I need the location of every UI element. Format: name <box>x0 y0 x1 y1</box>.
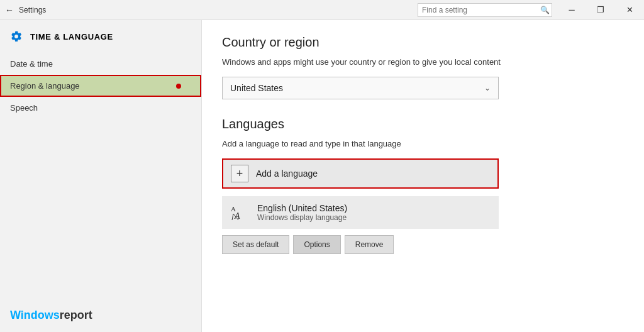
brand-logo: Windowsreport <box>10 309 92 321</box>
add-language-button[interactable]: + Add a language <box>222 158 499 189</box>
main-content: Country or region Windows and apps might… <box>201 20 644 332</box>
sidebar-header: TIME & LANGUAGE <box>0 20 201 53</box>
brand-report: report <box>60 309 92 321</box>
options-button[interactable]: Options <box>293 235 340 254</box>
set-as-default-button[interactable]: Set as default <box>222 235 289 254</box>
language-info: English (United States) Windows display … <box>257 203 347 222</box>
back-button[interactable]: ← <box>5 5 14 15</box>
sidebar-item-region-language[interactable]: Region & language <box>0 75 201 97</box>
language-action-buttons: Set as default Options Remove <box>222 235 499 254</box>
title-bar: ← Settings 🔍 ─ ❐ ✕ <box>0 0 644 20</box>
languages-section: Languages Add a language to read and typ… <box>222 117 624 254</box>
title-bar-left: ← Settings <box>0 5 418 15</box>
country-section-description: Windows and apps might use your country … <box>222 57 624 67</box>
language-sub: Windows display language <box>257 213 347 222</box>
sidebar-title: TIME & LANGUAGE <box>30 32 113 42</box>
settings-gear-icon <box>10 30 23 43</box>
close-button[interactable]: ✕ <box>615 0 644 20</box>
find-setting-search-icon[interactable]: 🔍 <box>538 3 552 17</box>
add-language-plus-icon: + <box>231 165 248 182</box>
language-name: English (United States) <box>257 203 347 213</box>
country-region-section: Country or region Windows and apps might… <box>222 35 624 99</box>
active-indicator-dot <box>176 84 181 89</box>
restore-button[interactable]: ❐ <box>586 0 615 20</box>
window-controls: ─ ❐ ✕ <box>557 0 644 20</box>
sidebar-item-speech[interactable]: Speech <box>0 97 201 119</box>
window-title: Settings <box>19 6 46 14</box>
country-dropdown[interactable]: United States ⌄ <box>222 77 499 99</box>
app-container: TIME & LANGUAGE Date & time Region & lan… <box>0 20 644 332</box>
languages-section-title: Languages <box>222 117 624 131</box>
country-section-title: Country or region <box>222 35 624 50</box>
sidebar: TIME & LANGUAGE Date & time Region & lan… <box>0 20 201 332</box>
remove-button[interactable]: Remove <box>345 235 394 254</box>
add-language-label: Add a language <box>256 169 318 179</box>
find-setting-input[interactable] <box>418 4 538 16</box>
sidebar-item-date-time[interactable]: Date & time <box>0 53 201 75</box>
brand-windows: Windows <box>10 309 60 321</box>
language-item-english: A A English (United States) Windows disp… <box>222 196 499 229</box>
language-icon-svg: A A <box>230 202 250 223</box>
dropdown-chevron-icon: ⌄ <box>484 84 491 92</box>
title-search-wrap: 🔍 <box>418 3 552 17</box>
languages-section-description: Add a language to read and type in that … <box>222 139 624 148</box>
language-font-icon: A A <box>230 202 250 223</box>
minimize-button[interactable]: ─ <box>557 0 586 20</box>
country-dropdown-value: United States <box>230 83 283 93</box>
sidebar-branding: Windowsreport <box>0 299 201 332</box>
